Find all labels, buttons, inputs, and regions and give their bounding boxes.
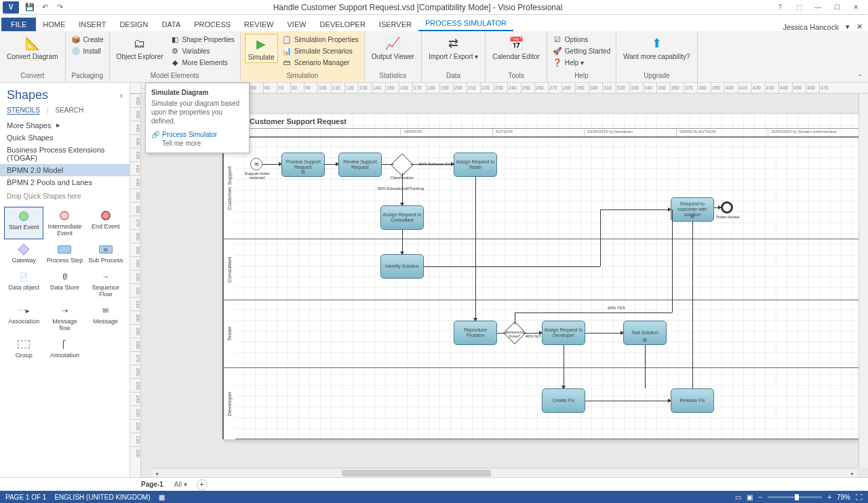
fit-window-icon[interactable]: ⛶ — [856, 494, 863, 501]
view-presentation-icon[interactable]: ▣ — [747, 494, 753, 501]
stencil-togaf[interactable]: Business Process Extensions (TOGAF) — [0, 144, 130, 164]
object-explorer-button[interactable]: 🗂 Object Explorer — [114, 34, 166, 62]
tooltip-link[interactable]: 🔗Process Simulator — [151, 131, 243, 138]
redo-icon[interactable]: ↷ — [54, 2, 65, 13]
tooltip-tell-me-more[interactable]: Tell me more — [162, 140, 243, 147]
tab-insert[interactable]: INSERT — [72, 18, 113, 31]
shape-sequence-flow[interactable]: →Sequence Flow — [86, 268, 125, 300]
task-test-solution[interactable]: Test Solution⊞ — [623, 321, 667, 345]
maximize-icon[interactable]: ☐ — [827, 1, 846, 14]
shape-message[interactable]: ✉Message — [86, 302, 125, 334]
undo-icon[interactable]: ↶ — [39, 2, 50, 13]
install-button[interactable]: 💿Install — [70, 45, 105, 56]
shape-group[interactable]: Group — [4, 336, 43, 361]
tab-process-simulator[interactable]: PROCESS SIMULATOR — [418, 16, 513, 31]
shape-association[interactable]: ⋯▸Association — [4, 302, 43, 334]
all-pages-dropdown[interactable]: All ▾ — [174, 481, 187, 488]
sim-properties-button[interactable]: 📋Simulation Properties — [281, 34, 360, 45]
stencil-bpmn-pools[interactable]: BPMN 2 Pools and Lanes — [0, 176, 130, 188]
minimize-icon[interactable]: — — [808, 1, 827, 14]
file-tab[interactable]: FILE — [1, 18, 36, 31]
pool[interactable]: Customer Support Consultant Tester Devel… — [222, 137, 860, 439]
canvas-scroll[interactable]: Customer Support Request VERSION AUTHOR … — [141, 94, 868, 477]
task-create-fix[interactable]: Create Fix — [542, 388, 585, 413]
search-tab[interactable]: SEARCH — [56, 106, 84, 115]
lane-consultant[interactable]: Consultant — [223, 239, 859, 300]
shape-message-flow[interactable]: ⇢Message flow — [45, 302, 84, 334]
stencil-quick-shapes[interactable]: Quick Shapes — [0, 132, 130, 144]
calendar-editor-button[interactable]: 📅 Calendar Editor — [490, 34, 542, 62]
task-release-fix[interactable]: Release Fix — [671, 388, 714, 413]
scroll-thumb[interactable] — [342, 470, 491, 477]
upgrade-button[interactable]: ⬆ Want more capability? — [620, 34, 693, 62]
shape-annotation[interactable]: ⎡Annotation — [45, 336, 84, 361]
scenario-manager-button[interactable]: 🗃Scenario Manager — [281, 57, 360, 68]
stencil-bpmn-model[interactable]: BPMN 2.0 Model — [0, 164, 130, 176]
shape-sub-process[interactable]: ⊞Sub Process — [86, 241, 125, 266]
help-icon[interactable]: ? — [770, 1, 789, 14]
tab-developer[interactable]: DEVELOPER — [313, 18, 372, 31]
variables-button[interactable]: ⚙Variables — [169, 45, 236, 56]
page-tab-1[interactable]: Page-1 — [136, 479, 169, 489]
add-page-button[interactable]: + — [197, 479, 208, 490]
import-export-button[interactable]: ⇄ Import / Export ▾ — [426, 34, 481, 62]
collapse-ribbon-icon[interactable]: ⌃ — [857, 73, 863, 81]
zoom-in-icon[interactable]: + — [827, 494, 831, 501]
sim-scenarios-button[interactable]: 📊Simulate Scenarios — [281, 45, 360, 56]
end-event[interactable] — [721, 201, 733, 214]
zoom-out-icon[interactable]: − — [758, 494, 762, 501]
shape-data-object[interactable]: 📄Data object — [4, 268, 43, 300]
vertical-scrollbar[interactable] — [859, 94, 868, 468]
view-normal-icon[interactable]: ▭ — [735, 494, 741, 501]
scroll-left-icon[interactable]: ◂ — [152, 468, 161, 477]
page-indicator[interactable]: PAGE 1 OF 1 — [5, 494, 46, 501]
lane-developer[interactable]: Developer — [223, 368, 859, 439]
stencil-more-shapes[interactable]: More Shapes▸ — [0, 119, 130, 132]
task-identify-solution[interactable]: Identify Solution — [380, 254, 424, 279]
shape-data-store[interactable]: 🛢Data Store — [45, 268, 84, 300]
save-icon[interactable]: 💾 — [24, 2, 35, 13]
start-event[interactable]: ✉ — [250, 158, 262, 170]
create-button[interactable]: 📦Create — [70, 34, 105, 45]
tab-data[interactable]: DATA — [155, 18, 188, 31]
task-assign-developer[interactable]: Assign Request to Developer — [542, 321, 585, 345]
language-indicator[interactable]: ENGLISH (UNITED KINGDOM) — [54, 494, 150, 501]
output-viewer-button[interactable]: 📈 Output Viewer — [369, 34, 417, 62]
task-process-request[interactable]: Process Support Request⊞ — [281, 153, 325, 177]
convert-diagram-button[interactable]: 📐 Convert Diagram — [4, 34, 61, 62]
task-review-request[interactable]: Review Support Request — [338, 153, 382, 177]
getting-started-button[interactable]: 🚀Getting Started — [551, 45, 612, 56]
shape-process-step[interactable]: Process Step — [45, 241, 84, 266]
user-name[interactable]: Jessica Hancock — [783, 23, 839, 31]
simulate-button[interactable]: ▶ Simulate — [245, 34, 278, 63]
shape-intermediate-event[interactable]: Intermediate Event — [45, 207, 84, 239]
task-assign-tester[interactable]: Assign Request to Tester — [454, 153, 497, 177]
shape-gateway[interactable]: Gateway — [4, 241, 43, 266]
shape-start-event[interactable]: Start Event — [4, 207, 43, 239]
stencils-tab[interactable]: STENCILS — [7, 106, 40, 115]
options-button[interactable]: ☑Options — [551, 34, 612, 45]
tab-process[interactable]: PROCESS — [187, 18, 237, 31]
tab-view[interactable]: VIEW — [280, 18, 313, 31]
shape-properties-button[interactable]: ◧Shape Properties — [169, 34, 236, 45]
collapse-panel-icon[interactable]: ‹ — [120, 91, 123, 100]
drawing-page[interactable]: Customer Support Request VERSION AUTHOR … — [222, 114, 860, 439]
ribbon-options-icon[interactable]: ⬚ — [789, 1, 808, 14]
close-icon[interactable]: ✕ — [846, 1, 865, 14]
horizontal-scrollbar[interactable]: ◂ ▸ — [152, 468, 857, 477]
tab-home[interactable]: HOME — [36, 18, 72, 31]
user-dropdown-icon[interactable]: ▾ — [846, 22, 850, 31]
tab-design[interactable]: DESIGN — [113, 18, 155, 31]
zoom-slider[interactable] — [768, 496, 822, 498]
shape-end-event[interactable]: End Event — [86, 207, 125, 239]
doc-close-icon[interactable]: ✕ — [856, 22, 863, 31]
tab-iserver[interactable]: ISERVER — [372, 18, 418, 31]
tab-review[interactable]: REVIEW — [237, 18, 280, 31]
task-respond[interactable]: Respond to customer with solution⊞ — [671, 197, 714, 222]
zoom-level[interactable]: 79% — [837, 494, 850, 501]
macro-icon[interactable]: ▦ — [159, 494, 165, 501]
help-button[interactable]: ❓Help ▾ — [551, 57, 612, 68]
scroll-right-icon[interactable]: ▸ — [848, 468, 857, 477]
task-assign-consultant[interactable]: Assign Request to Consultant — [380, 205, 424, 230]
task-reproduce-problem[interactable]: Reproduce Problem — [454, 321, 497, 345]
